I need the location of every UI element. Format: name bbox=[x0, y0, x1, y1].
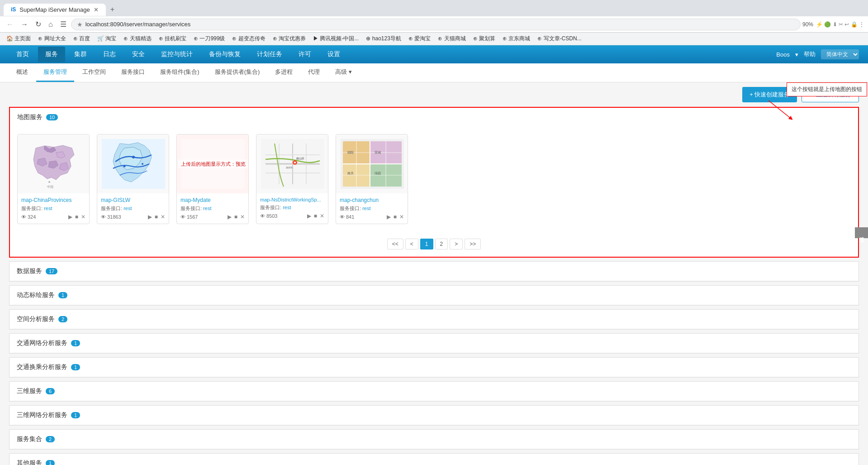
3d-services-header[interactable]: 三维服务 6 bbox=[9, 382, 859, 401]
interface-link-changchun[interactable]: rest bbox=[362, 206, 370, 211]
address-input[interactable] bbox=[85, 21, 795, 28]
map-actions-mydate: 👁 1567 ▶ ■ ✕ bbox=[180, 214, 245, 220]
bookmark-web[interactable]: ⊕ 网址大全 bbox=[35, 34, 68, 43]
nav-schedule[interactable]: 计划任务 bbox=[250, 47, 289, 62]
interface-link-mydate[interactable]: rest bbox=[203, 206, 211, 211]
page-2-button[interactable]: 2 bbox=[435, 239, 448, 249]
other-services-section: 其他服务 1 bbox=[9, 453, 859, 465]
bookmark-hao123[interactable]: ⊕ hao123导航 bbox=[363, 34, 403, 43]
tab-service-interface[interactable]: 服务接口 bbox=[114, 63, 152, 82]
nav-home[interactable]: 首页 bbox=[9, 47, 36, 62]
nav-logs[interactable]: 日志 bbox=[96, 47, 123, 62]
tab-proxy[interactable]: 代理 bbox=[301, 63, 327, 82]
nav-backup[interactable]: 备份与恢复 bbox=[202, 47, 248, 62]
bookmark-home[interactable]: 🏠 主页面 bbox=[4, 34, 33, 43]
bookmark-chuanqi[interactable]: ⊕ 超变态传奇 bbox=[229, 34, 268, 43]
nav-security[interactable]: 安全 bbox=[125, 47, 152, 62]
bookmark-999[interactable]: ⊕ 一刀999级 bbox=[191, 34, 228, 43]
play-icon-changchun[interactable]: ▶ bbox=[387, 214, 391, 220]
play-icon-nsdistrict[interactable]: ▶ bbox=[307, 213, 311, 219]
dynamic-marker-header[interactable]: 动态标绘服务 1 bbox=[9, 286, 859, 305]
back-button[interactable]: ← bbox=[4, 19, 16, 30]
bookmark-tmall[interactable]: ⊕ 天猫商城 bbox=[435, 34, 468, 43]
delete-icon-nsdistrict[interactable]: ✕ bbox=[320, 213, 324, 219]
service-collection-header[interactable]: 服务集合 2 bbox=[9, 430, 859, 449]
active-tab[interactable]: iS SuperMap iServer Manage ✕ bbox=[4, 4, 106, 16]
bookmark-jd[interactable]: ⊕ 京东商城 bbox=[500, 34, 533, 43]
3d-network-header[interactable]: 三维网络分析服务 1 bbox=[9, 406, 859, 425]
nav-license[interactable]: 许可 bbox=[291, 47, 318, 62]
play-icon-china[interactable]: ▶ bbox=[68, 214, 72, 220]
interface-link-china[interactable]: rest bbox=[44, 206, 52, 211]
delete-icon-china[interactable]: ✕ bbox=[81, 214, 85, 220]
header-right: Boos ▾ 帮助 简体中文 English bbox=[776, 49, 859, 59]
stop-icon-gislw[interactable]: ■ bbox=[155, 214, 158, 220]
feedback-tab[interactable]: 反馈 bbox=[855, 227, 868, 238]
map-card-gislw[interactable]: map-GISLW 服务接口: rest 👁 31863 ▶ ■ ✕ bbox=[97, 134, 169, 224]
forward-button[interactable]: → bbox=[18, 19, 31, 30]
bookmark-taobao[interactable]: 🛒 淘宝 bbox=[95, 34, 119, 43]
address-bar[interactable]: ★ bbox=[71, 19, 801, 30]
tab-close-button[interactable]: ✕ bbox=[94, 6, 99, 13]
nav-monitor[interactable]: 监控与统计 bbox=[154, 47, 200, 62]
other-services-header[interactable]: 其他服务 1 bbox=[9, 454, 859, 465]
svg-text:南关: 南关 bbox=[347, 172, 354, 175]
page-1-button[interactable]: 1 bbox=[420, 239, 433, 249]
tab-service-provider[interactable]: 服务提供者(集合) bbox=[208, 63, 267, 82]
page-last-button[interactable]: >> bbox=[465, 239, 481, 249]
bookmark-button[interactable]: ☰ bbox=[57, 18, 69, 30]
stop-icon-mydate[interactable]: ■ bbox=[234, 214, 237, 220]
nav-services[interactable]: 服务 bbox=[38, 47, 65, 62]
language-select[interactable]: 简体中文 English bbox=[821, 49, 859, 59]
bookmark-baidu[interactable]: ⊕ 百度 bbox=[71, 34, 93, 43]
refresh-button[interactable]: ↻ bbox=[33, 18, 44, 30]
map-preview-gislw bbox=[97, 134, 169, 193]
map-card-changchun[interactable]: 朝阳 宽城 南关 绿园 map-changchun 服务接口: rest 👁 bbox=[336, 134, 408, 224]
delete-icon-mydate[interactable]: ✕ bbox=[240, 214, 245, 220]
data-services-header[interactable]: 数据服务 17 bbox=[9, 262, 859, 281]
play-icon-gislw[interactable]: ▶ bbox=[148, 214, 152, 220]
play-icon-mydate[interactable]: ▶ bbox=[228, 214, 232, 220]
page-prev-button[interactable]: < bbox=[405, 239, 418, 249]
svg-point-7 bbox=[142, 163, 143, 165]
interface-link-nsdistrict[interactable]: rest bbox=[283, 205, 291, 210]
bookmark-juhua[interactable]: ⊕ 聚划算 bbox=[470, 34, 498, 43]
map-interface-china: 服务接口: rest bbox=[21, 205, 85, 212]
bookmark-tencent[interactable]: ▶ 腾讯视频-中国... bbox=[310, 34, 361, 43]
extensions-area: ⚡ 🟢 ⬇ ✂ ↩ 🔒 ⋮ bbox=[816, 21, 864, 28]
bookmark-guaji[interactable]: ⊕ 挂机刷宝 bbox=[156, 34, 189, 43]
stop-icon-china[interactable]: ■ bbox=[75, 214, 78, 220]
bookmark-coupon[interactable]: ⊕ 淘宝优惠券 bbox=[270, 34, 308, 43]
traffic-network-header[interactable]: 交通网络分析服务 1 bbox=[9, 334, 859, 353]
tab-service-group[interactable]: 服务组件(集合) bbox=[153, 63, 207, 82]
map-card-mydate[interactable]: 上传后的地图显示方式：预览 map-Mydate 服务接口: rest 👁 15… bbox=[176, 134, 249, 224]
tab-service-management[interactable]: 服务管理 bbox=[36, 63, 74, 82]
stop-icon-nsdistrict[interactable]: ■ bbox=[314, 213, 317, 219]
tab-multiprocess[interactable]: 多进程 bbox=[268, 63, 300, 82]
stop-icon-changchun[interactable]: ■ bbox=[394, 214, 397, 220]
nav-settings[interactable]: 设置 bbox=[320, 47, 347, 62]
data-services-title: 数据服务 bbox=[17, 267, 42, 275]
map-card-china-provinces[interactable]: 中国 map-ChinaProvinces 服务接口: rest 👁 324 ▶ bbox=[17, 134, 90, 224]
bookmark-tianmao[interactable]: ⊕ 天猫精选 bbox=[121, 34, 154, 43]
spatial-analysis-header[interactable]: 空间分析服务 2 bbox=[9, 310, 859, 329]
bookmark-aitaobao[interactable]: ⊕ 爱淘宝 bbox=[406, 34, 433, 43]
bookmark-csdn[interactable]: ⊕ 写文章-CSDN... bbox=[535, 34, 584, 43]
traffic-transfer-header[interactable]: 交通换乘分析服务 1 bbox=[9, 358, 859, 377]
nav-cluster[interactable]: 集群 bbox=[67, 47, 94, 62]
page-first-button[interactable]: << bbox=[387, 239, 403, 249]
map-card-nsdistrict[interactable]: 南山区 深圳市 map-NsDistrictWorkingSp... 服务接口:… bbox=[256, 134, 328, 224]
new-tab-button[interactable]: + bbox=[106, 3, 119, 16]
zoom-level: 90% bbox=[802, 21, 813, 28]
page-next-button[interactable]: > bbox=[450, 239, 463, 249]
tab-overview[interactable]: 概述 bbox=[9, 63, 35, 82]
sub-tabs-bar: 概述 服务管理 工作空间 服务接口 服务组件(集合) 服务提供者(集合) 多进程… bbox=[0, 63, 868, 82]
delete-icon-gislw[interactable]: ✕ bbox=[161, 214, 165, 220]
interface-link-gislw[interactable]: rest bbox=[123, 206, 132, 211]
tab-workspace[interactable]: 工作空间 bbox=[75, 63, 113, 82]
help-link[interactable]: 帮助 bbox=[804, 50, 816, 58]
tab-advanced[interactable]: 高级 ▾ bbox=[328, 63, 359, 82]
home-button[interactable]: ⌂ bbox=[46, 19, 56, 30]
delete-icon-changchun[interactable]: ✕ bbox=[399, 214, 404, 220]
browser-tabs-bar: iS SuperMap iServer Manage ✕ + bbox=[0, 0, 868, 16]
